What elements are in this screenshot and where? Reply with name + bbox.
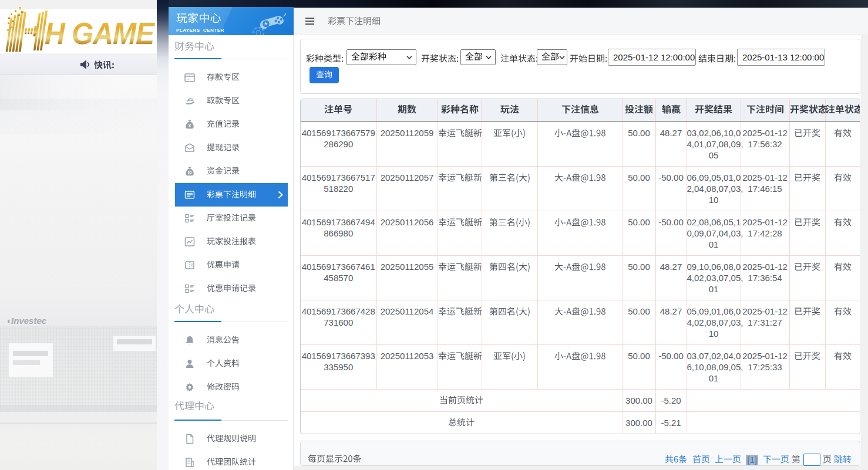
svg-text:H GAME: H GAME — [45, 16, 156, 50]
